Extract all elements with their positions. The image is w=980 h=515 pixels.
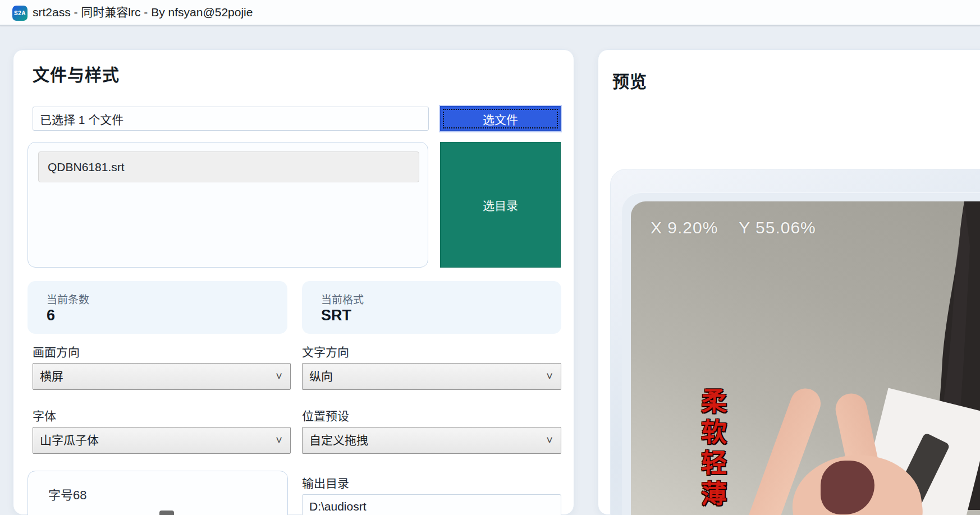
- font-label: 字体: [33, 407, 56, 424]
- title-bar: S2A srt2ass - 同时兼容lrc - By nfsyan@52poji…: [0, 0, 980, 26]
- position-preset-select[interactable]: 自定义拖拽 ˅: [302, 427, 561, 454]
- chevron-down-icon: ˅: [276, 364, 282, 388]
- font-size-slider-thumb[interactable]: [159, 511, 174, 515]
- x-percent-value: X 9.20%: [651, 218, 718, 237]
- text-direction-label: 文字方向: [302, 343, 349, 360]
- stat-card-entry-count: 当前条数 6: [28, 281, 287, 334]
- output-directory-label: 输出目录: [302, 474, 349, 491]
- select-value: 山字瓜子体: [40, 434, 99, 447]
- font-select[interactable]: 山字瓜子体 ˅: [33, 427, 291, 454]
- app-title: srt2ass - 同时兼容lrc - By nfsyan@52pojie: [33, 0, 253, 25]
- position-preset-label: 位置预设: [302, 407, 349, 424]
- drag-position-readout: X 9.20% Y 55.06%: [651, 218, 832, 237]
- select-value: 自定义拖拽: [309, 434, 368, 447]
- font-size-panel: 字号68: [28, 471, 288, 515]
- select-directory-button[interactable]: 选目录: [440, 142, 561, 268]
- app-logo-icon: S2A: [12, 6, 28, 21]
- file-list-item[interactable]: QDBN6181.srt: [38, 151, 419, 182]
- select-value: 纵向: [309, 370, 333, 383]
- stat-label: 当前条数: [47, 291, 89, 306]
- selected-files-summary-input[interactable]: [33, 107, 429, 131]
- font-size-label: 字号68: [48, 485, 86, 503]
- file-list-panel: QDBN6181.srt: [28, 142, 428, 268]
- stat-label: 当前格式: [321, 291, 364, 306]
- screen-orientation-select[interactable]: 横屏 ˅: [33, 363, 291, 390]
- y-percent-value: Y 55.06%: [739, 218, 816, 237]
- preview-video-frame[interactable]: X 9.20% Y 55.06% 柔软轻薄: [631, 201, 980, 515]
- preview-heading: 预览: [612, 68, 647, 93]
- subtitle-preview-text[interactable]: 柔软轻薄: [697, 388, 726, 511]
- output-directory-input[interactable]: [302, 494, 561, 515]
- select-value: 横屏: [40, 370, 63, 383]
- files-styles-card: 文件与样式 选文件 QDBN6181.srt 选目录 当前条数 6 当前格式 S…: [13, 49, 574, 515]
- select-file-button[interactable]: 选文件: [440, 106, 561, 131]
- stat-value: SRT: [321, 307, 351, 324]
- preview-frame: X 9.20% Y 55.06% 柔软轻薄: [622, 192, 980, 515]
- chevron-down-icon: ˅: [276, 427, 282, 452]
- stat-card-format: 当前格式 SRT: [302, 281, 561, 334]
- text-direction-select[interactable]: 纵向 ˅: [302, 363, 561, 390]
- files-styles-heading: 文件与样式: [33, 61, 120, 86]
- chevron-down-icon: ˅: [546, 364, 553, 388]
- chevron-down-icon: ˅: [546, 427, 553, 452]
- stat-value: 6: [47, 307, 55, 324]
- preview-panel: X 9.20% Y 55.06% 柔软轻薄: [610, 169, 980, 515]
- screen-orientation-label: 画面方向: [33, 343, 80, 360]
- preview-card: 预览 X 9.20% Y 55.06% 柔软轻薄: [598, 49, 980, 515]
